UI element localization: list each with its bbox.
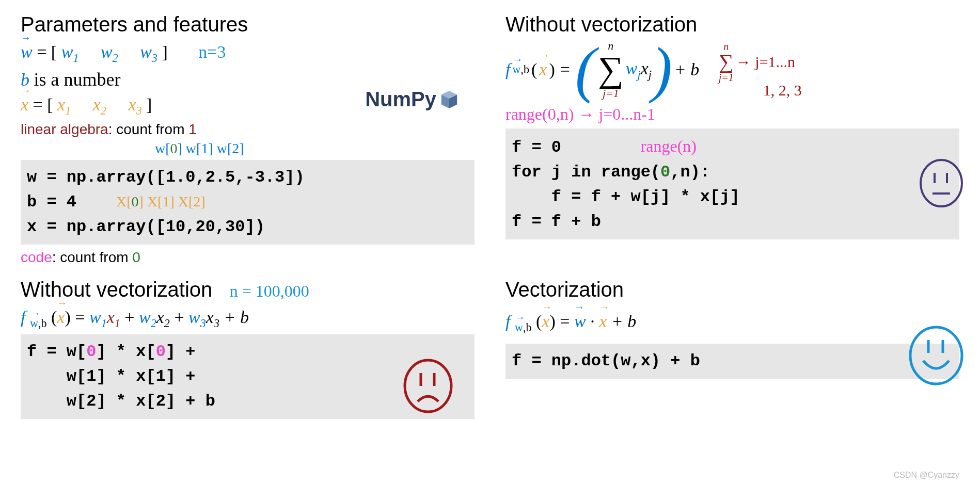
- equals-bracket: = [: [37, 42, 57, 61]
- numpy-logo: NumPy: [365, 88, 459, 111]
- la-txt: : count from: [108, 121, 189, 137]
- x-arg: x: [539, 58, 547, 82]
- code-f0: f = 0: [512, 138, 561, 157]
- f-sym-v: f: [505, 312, 510, 331]
- range-note: range(0,n) → j=0...n-1: [505, 103, 959, 125]
- svg-point-7: [405, 360, 451, 412]
- code-w-line: w = np.array([1.0,2.5,-3.3]): [27, 168, 305, 187]
- code-zero: 0: [132, 249, 140, 265]
- x3: x3: [128, 95, 141, 114]
- eq: =: [557, 58, 573, 82]
- w3: w3: [140, 42, 157, 61]
- loop-code-block: f = 0 range(n) for j in range(0,n): f = …: [505, 128, 959, 239]
- x1: x1: [57, 95, 71, 114]
- w-vector-def: w = [ w1 w2 w3 ] n=3: [21, 40, 475, 66]
- n-100k: n = 100,000: [230, 282, 309, 300]
- code-txt: : count from: [52, 249, 133, 265]
- sum-formula: f w,b (x) = ( n ∑ j=1 wjxj ) + b n: [505, 40, 959, 99]
- without-vec-expand-section: Without vectorization n = 100,000 f w,b …: [21, 278, 475, 422]
- w-vec-symbol: w: [21, 40, 33, 64]
- w-dot: w: [574, 310, 586, 333]
- expanded-formula: f w,b (x) = w1x1 + w2x2 + w3x3 + b: [21, 305, 475, 331]
- svg-point-10: [910, 327, 962, 384]
- vec-formula: f w,b (x) = w · x + b: [505, 310, 959, 335]
- x-arg2: x: [57, 305, 65, 329]
- code-for-0: 0: [660, 163, 670, 182]
- x-vec-symbol: x: [21, 93, 28, 117]
- without-vec-sum-section: Without vectorization f w,b (x) = ( n ∑ …: [505, 13, 959, 268]
- code-addb: f = f + b: [512, 212, 601, 231]
- la-prefix: linear algebra: [21, 121, 108, 137]
- code-prefix: code: [21, 249, 52, 265]
- n-equals-3: n=3: [198, 42, 226, 61]
- sad-face-icon: [402, 358, 454, 414]
- plus-b: + b: [674, 58, 699, 82]
- equals-bracket-x: = [: [33, 95, 53, 114]
- numpy-cube-icon: [439, 90, 459, 109]
- code-accum: f = f + w[j] * x[j]: [512, 187, 740, 206]
- code-count-note: code: count from 0: [21, 248, 475, 267]
- code-for-a: for j in range(: [512, 163, 660, 182]
- code-b-line: b = 4: [27, 192, 76, 212]
- code-for-b: ,n):: [670, 163, 710, 182]
- init-code-block: w = np.array([1.0,2.5,-3.3]) b = 4 X[0] …: [21, 160, 475, 245]
- numpy-text: NumPy: [365, 88, 436, 111]
- w-index-labels: w[0] w[1] w[2]: [21, 140, 475, 157]
- f-symbol: f: [505, 58, 510, 82]
- w1: w1: [61, 42, 79, 61]
- red-sum-note: n ∑ j=1 → j=1...n 1, 2, 3: [717, 41, 802, 98]
- vec-code-block: f = np.dot(w,x) + b: [505, 344, 959, 379]
- x-dot: x: [599, 310, 607, 333]
- svg-point-3: [921, 160, 962, 206]
- vectorization-section: Vectorization f w,b (x) = w · x + b f = …: [505, 278, 959, 422]
- params-features-section: Parameters and features w = [ w1 w2 w3 ]…: [21, 13, 475, 268]
- x-arg3: x: [542, 310, 549, 333]
- neutral-face-icon: [918, 157, 965, 209]
- code-x-line: x = np.array([10,20,30]): [27, 217, 265, 236]
- heading-params: Parameters and features: [21, 13, 475, 36]
- w2: w2: [101, 42, 118, 61]
- heading-novec-sum: Without vectorization: [505, 13, 959, 36]
- f-sym: f: [21, 308, 25, 327]
- la-one: 1: [188, 121, 197, 137]
- range-n-note: range(n): [641, 137, 697, 155]
- sum-term: ( n ∑ j=1 wjxj ): [575, 40, 672, 99]
- heading-vec: Vectorization: [505, 278, 959, 301]
- close-bracket: ]: [162, 42, 167, 61]
- linear-algebra-note: linear algebra: count from 1: [21, 120, 475, 139]
- happy-face-icon: [908, 325, 965, 386]
- heading-novec-expand: Without vectorization n = 100,000: [21, 278, 475, 301]
- b-text: is a number: [34, 69, 121, 90]
- close-bracket-x: ]: [146, 95, 152, 114]
- x2: x2: [93, 95, 106, 114]
